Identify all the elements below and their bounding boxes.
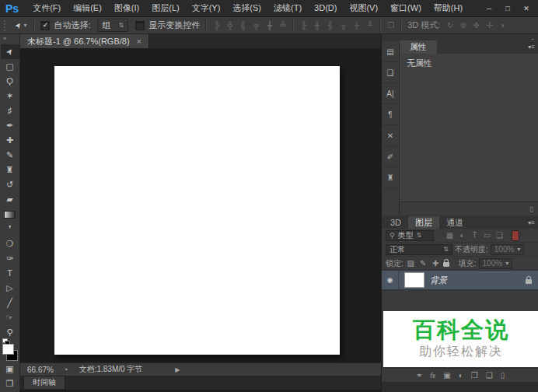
tool-preset-picker[interactable]: ➤ ▾ bbox=[12, 21, 30, 30]
filter-type-layers-icon[interactable]: T bbox=[470, 231, 480, 240]
status-options-arrow-icon[interactable]: ▶ bbox=[175, 366, 180, 373]
adjustment-layer-icon[interactable]: ◐ bbox=[459, 371, 463, 380]
tab-layers[interactable]: 图层 bbox=[408, 216, 439, 229]
delete-property-icon[interactable]: ▯ bbox=[529, 205, 533, 213]
align-right-edges-icon[interactable]: ╣ bbox=[237, 21, 249, 30]
menu-item-edit[interactable]: 编辑(E) bbox=[67, 0, 108, 16]
3d-roll-icon[interactable]: ⊚ bbox=[457, 21, 469, 30]
filter-type-dropdown[interactable]: ⚲ 类型 ⇅ bbox=[386, 230, 434, 241]
distribute-horizontal-centers-icon[interactable]: ┼ bbox=[351, 21, 362, 30]
rectangular-marquee-tool[interactable]: ▢ bbox=[1, 59, 19, 74]
quick-mask-button[interactable]: ▣ bbox=[1, 362, 19, 376]
clone-stamp-tool[interactable]: ♜ bbox=[1, 163, 19, 177]
layer-mask-icon[interactable]: ▣ bbox=[443, 371, 450, 380]
distribute-right-edges-icon[interactable]: ╨ bbox=[364, 21, 376, 30]
brush-panel-icon[interactable]: ✐ bbox=[382, 146, 400, 167]
align-vertical-centers-icon[interactable]: ╋ bbox=[264, 21, 275, 30]
menu-item-image[interactable]: 图像(I) bbox=[108, 0, 145, 16]
hand-tool[interactable]: ☞ bbox=[1, 310, 19, 325]
layer-comps-panel-icon[interactable]: ❑ bbox=[382, 62, 400, 83]
checkbox-checked-icon[interactable]: ✓ bbox=[40, 21, 50, 30]
dodge-tool[interactable]: ❍ bbox=[1, 236, 19, 251]
zoom-level-field[interactable]: 66.67% bbox=[27, 366, 63, 374]
pen-tool[interactable]: ✑ bbox=[1, 251, 19, 266]
character-panel-icon[interactable]: A| bbox=[382, 83, 400, 104]
toolbar-collapse-button[interactable]: » bbox=[0, 34, 19, 44]
blur-tool[interactable]: ❜ bbox=[1, 222, 19, 236]
show-transform-checkbox[interactable]: 显示变换控件 bbox=[135, 19, 200, 31]
menu-item-3d[interactable]: 3D(D) bbox=[308, 0, 343, 16]
delete-layer-icon[interactable]: ▯ bbox=[501, 371, 505, 380]
paragraph-panel-icon[interactable]: ¶ bbox=[382, 104, 400, 125]
close-tab-icon[interactable]: × bbox=[137, 37, 141, 46]
blend-mode-dropdown[interactable]: 正常 ⇅ bbox=[386, 244, 452, 255]
filter-pixel-layers-icon[interactable]: ▦ bbox=[445, 231, 455, 240]
menu-item-view[interactable]: 视图(V) bbox=[343, 0, 384, 16]
distribute-vertical-centers-icon[interactable]: ╫ bbox=[311, 21, 323, 30]
eraser-tool[interactable]: ▰ bbox=[1, 192, 19, 207]
foreground-color-swatch[interactable] bbox=[2, 344, 14, 355]
lock-all-icon[interactable] bbox=[443, 262, 449, 267]
layer-visibility-eye-icon[interactable]: ◉ bbox=[382, 271, 399, 289]
align-left-edges-icon[interactable]: ╠ bbox=[211, 21, 222, 30]
options-bar-grip[interactable] bbox=[4, 20, 9, 31]
distribute-bottom-edges-icon[interactable]: ╢ bbox=[324, 21, 336, 30]
crop-tool[interactable]: ♯ bbox=[1, 103, 19, 118]
lock-transparency-icon[interactable]: ▨ bbox=[406, 259, 416, 268]
panel-menu-icon[interactable]: ▾≡ bbox=[524, 41, 538, 54]
menu-item-window[interactable]: 窗口(W) bbox=[384, 0, 428, 16]
lasso-tool[interactable]: Ϙ bbox=[1, 74, 19, 89]
auto-align-layers-icon[interactable]: ❒ bbox=[385, 21, 397, 30]
filter-shape-layers-icon[interactable]: ▭ bbox=[482, 231, 492, 240]
3d-slide-icon[interactable]: ✢ bbox=[484, 21, 495, 30]
align-top-edges-icon[interactable]: ╦ bbox=[250, 21, 262, 30]
3d-rotate-icon[interactable]: ↻ bbox=[444, 21, 456, 30]
panel-menu-icon[interactable]: ▾≡ bbox=[524, 217, 538, 229]
tab-properties[interactable]: 属性 bbox=[400, 40, 437, 54]
distribute-top-edges-icon[interactable]: ╟ bbox=[298, 21, 309, 30]
brush-tool[interactable]: ✎ bbox=[1, 148, 19, 163]
menu-item-layer[interactable]: 图层(L) bbox=[145, 0, 185, 16]
layer-thumbnail[interactable] bbox=[404, 272, 424, 288]
clone-source-panel-icon[interactable]: ♜ bbox=[382, 167, 400, 188]
document-tab[interactable]: 未标题-1 @ 66.7%(RGB/8) × bbox=[20, 34, 149, 48]
align-horizontal-centers-icon[interactable]: ╬ bbox=[224, 21, 236, 30]
background-lock-icon[interactable] bbox=[526, 279, 532, 284]
menu-item-type[interactable]: 文字(Y) bbox=[186, 0, 227, 16]
tab-3d[interactable]: 3D bbox=[383, 216, 408, 229]
filter-adjustment-layers-icon[interactable]: ◐ bbox=[457, 231, 467, 240]
align-bottom-edges-icon[interactable]: ╩ bbox=[277, 21, 288, 30]
layer-style-icon[interactable]: fx bbox=[430, 372, 435, 380]
menu-item-file[interactable]: 文件(F) bbox=[26, 0, 67, 16]
layer-row-background[interactable]: ◉ 背景 bbox=[382, 271, 538, 290]
new-layer-icon[interactable]: ❏ bbox=[486, 371, 493, 380]
canvas-area[interactable] bbox=[20, 48, 381, 362]
history-brush-tool[interactable]: ↺ bbox=[1, 177, 19, 192]
opacity-dropdown[interactable]: 100% ▾ bbox=[491, 244, 525, 255]
distribute-left-edges-icon[interactable]: ╥ bbox=[337, 21, 349, 30]
link-layers-icon[interactable]: ⚭ bbox=[416, 371, 422, 380]
fill-dropdown[interactable]: 100% ▾ bbox=[479, 258, 513, 269]
screen-mode-button[interactable]: ❐ bbox=[1, 376, 19, 391]
minimize-button[interactable]: ─ bbox=[480, 1, 498, 16]
tool-presets-panel-icon[interactable]: ✕ bbox=[382, 125, 400, 146]
layer-name[interactable]: 背景 bbox=[430, 275, 447, 286]
gradient-tool[interactable] bbox=[1, 207, 19, 222]
filter-smart-objects-icon[interactable]: ❏ bbox=[494, 231, 505, 240]
menu-item-help[interactable]: 帮助(H) bbox=[428, 0, 469, 16]
auto-select-checkbox[interactable]: ✓ 自动选择: bbox=[40, 19, 90, 31]
menu-item-filter[interactable]: 滤镜(T) bbox=[267, 0, 308, 16]
menu-item-select[interactable]: 选择(S) bbox=[226, 0, 267, 16]
lock-pixels-icon[interactable]: ✎ bbox=[418, 259, 428, 268]
lock-position-icon[interactable]: ✚ bbox=[431, 259, 441, 268]
maximize-button[interactable]: □ bbox=[498, 1, 517, 16]
spot-healing-brush-tool[interactable]: ✚ bbox=[1, 133, 19, 148]
close-button[interactable]: ✕ bbox=[517, 1, 536, 16]
eyedropper-tool[interactable]: ✒ bbox=[1, 118, 19, 133]
path-selection-tool[interactable]: ▷ bbox=[1, 281, 19, 296]
3d-scale-icon[interactable]: ◗ bbox=[497, 21, 508, 30]
new-group-icon[interactable]: ❐ bbox=[471, 371, 478, 380]
filter-toggle-switch[interactable] bbox=[512, 230, 519, 241]
tab-timeline[interactable]: 时间轴 bbox=[23, 376, 65, 389]
move-tool[interactable]: ➤ bbox=[1, 44, 19, 59]
